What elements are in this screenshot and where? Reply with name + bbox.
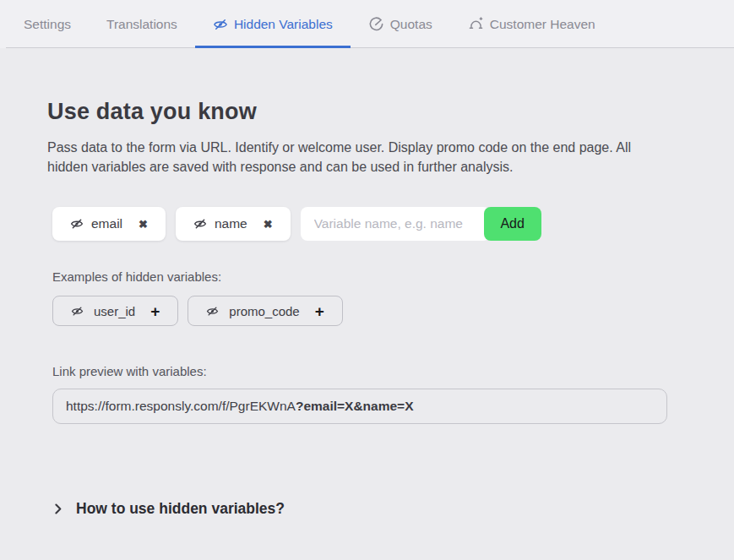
help-toggle-label: How to use hidden variables? bbox=[76, 500, 285, 518]
variables-row: email ✖ name ✖ Add bbox=[52, 207, 734, 241]
examples-label: Examples of hidden variables: bbox=[52, 269, 734, 284]
example-variable-name: promo_code bbox=[229, 304, 299, 318]
eye-off-icon bbox=[193, 217, 207, 231]
plus-icon: + bbox=[315, 303, 324, 319]
chevron-right-icon bbox=[51, 502, 65, 516]
tab-customer-heaven[interactable]: Customer Heaven bbox=[450, 0, 613, 48]
variable-chip-email: email ✖ bbox=[52, 207, 166, 241]
example-variable-name: user_id bbox=[94, 304, 135, 318]
link-url-base: https://form.responsly.com/f/PgrEKWnA bbox=[66, 399, 296, 414]
example-chips-row: user_id + promo_code + bbox=[52, 296, 734, 326]
rainbow-icon bbox=[468, 16, 484, 32]
close-icon[interactable]: ✖ bbox=[139, 219, 148, 230]
tab-quotas[interactable]: Quotas bbox=[351, 0, 450, 48]
example-chip-user-id[interactable]: user_id + bbox=[52, 296, 178, 326]
example-chip-promo-code[interactable]: promo_code + bbox=[188, 296, 343, 326]
eye-off-icon bbox=[213, 17, 228, 32]
close-icon[interactable]: ✖ bbox=[264, 219, 273, 230]
help-toggle[interactable]: How to use hidden variables? bbox=[51, 500, 734, 518]
tab-translations[interactable]: Translations bbox=[89, 0, 195, 48]
variable-name-input[interactable] bbox=[301, 207, 490, 241]
gauge-icon bbox=[368, 16, 384, 32]
eye-off-icon bbox=[70, 217, 84, 231]
link-preview-label: Link preview with variables: bbox=[52, 364, 734, 378]
eye-off-icon bbox=[206, 305, 219, 318]
page-title: Use data you know bbox=[47, 99, 734, 125]
link-preview-box: https://form.responsly.com/f/PgrEKWnA?em… bbox=[52, 389, 667, 424]
eye-off-icon bbox=[71, 305, 84, 318]
main-content: Use data you know Pass data to the form … bbox=[0, 99, 734, 518]
page-description: Pass data to the form via URL. Identify … bbox=[47, 139, 659, 177]
add-variable-button[interactable]: Add bbox=[484, 207, 541, 241]
variable-chip-name: name ✖ bbox=[176, 207, 291, 241]
tab-bar: Settings Translations Hidden Variables Q… bbox=[0, 0, 734, 48]
variable-name: email bbox=[91, 216, 122, 231]
plus-icon: + bbox=[150, 303, 160, 319]
tab-hidden-variables-label: Hidden Variables bbox=[234, 17, 333, 32]
add-variable-group: Add bbox=[301, 207, 541, 241]
link-url-params: ?email=X&name=X bbox=[296, 399, 414, 414]
tab-customer-heaven-label: Customer Heaven bbox=[490, 17, 595, 32]
tab-quotas-label: Quotas bbox=[390, 17, 432, 32]
tab-settings-label: Settings bbox=[24, 17, 71, 32]
tab-hidden-variables[interactable]: Hidden Variables bbox=[195, 0, 351, 48]
tab-settings[interactable]: Settings bbox=[6, 0, 89, 48]
tab-translations-label: Translations bbox=[106, 17, 177, 32]
variable-name: name bbox=[215, 216, 247, 231]
